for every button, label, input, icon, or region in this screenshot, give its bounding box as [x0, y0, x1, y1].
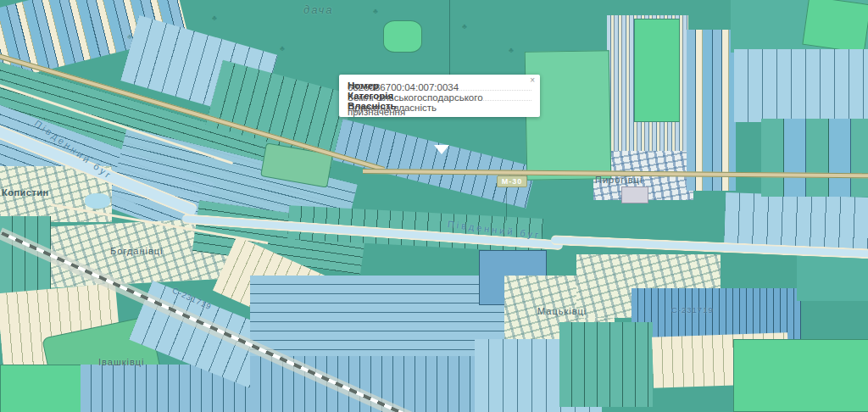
forest-symbol-icon: ♣	[127, 32, 132, 41]
popup-row-number: Номер 6825086700:04:007:0034	[348, 81, 531, 91]
road-label-c231719: С-231719	[671, 305, 714, 315]
settlement-label-kopystyn: Копистин	[2, 187, 49, 198]
forest-symbol-icon: ♣	[280, 44, 285, 53]
parcel-green-patch	[733, 339, 868, 412]
parcel-green-patch	[383, 20, 422, 53]
settlement-label-pyrohivtsi: Пирогівці	[595, 175, 643, 185]
parcel-strip-block	[559, 322, 653, 407]
parcel-green-patch	[634, 19, 680, 122]
cadastral-map-canvas[interactable]: М-30 ♣ ♣ ♣ ♣ ♣ ♣ дача Південний буг Півд…	[0, 0, 868, 412]
settlement-label-bohdanivtsi: Богданівці	[110, 246, 164, 256]
forest-symbol-icon: ♣	[212, 14, 217, 22]
pond	[85, 193, 110, 209]
parcel-strip-block	[761, 119, 868, 197]
settlement-label-ivashkivtsi: Івашківці	[98, 357, 145, 367]
popup-pointer	[434, 145, 449, 154]
parcel-strip-block	[687, 30, 736, 191]
parcel-green-patch	[802, 0, 868, 53]
forest-symbol-icon: ♣	[509, 46, 514, 54]
settlement-label-matskivtsi: Мацьківці	[537, 306, 587, 316]
forest-area-label: дача	[303, 3, 334, 16]
popup-row-category: Категорія Землі сільськогосподарського п…	[348, 91, 531, 101]
road-shield-m30: М-30	[497, 175, 527, 187]
parcel-info-popup: × Номер 6825086700:04:007:0034 Категорія…	[339, 75, 540, 117]
forest-symbol-icon: ♣	[373, 7, 378, 15]
popup-row-ownership: Власність Приватна власність	[348, 101, 531, 110]
popup-row-value: Приватна власність	[348, 101, 437, 115]
forest-symbol-icon: ♣	[462, 22, 467, 31]
boundary-line	[449, 0, 450, 76]
parcel-strip-block	[734, 49, 868, 122]
cemetery-block	[621, 187, 648, 203]
